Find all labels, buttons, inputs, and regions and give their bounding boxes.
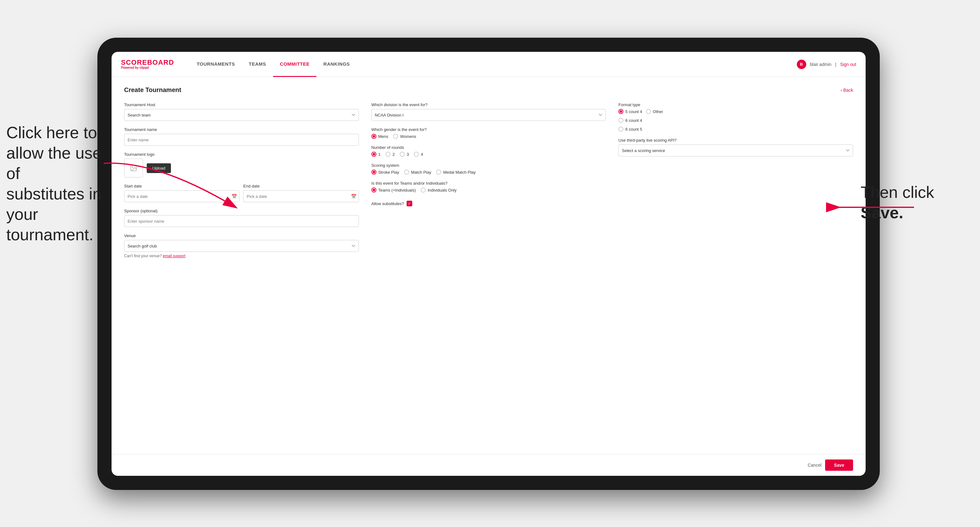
- scoring-group: Scoring system Stroke Play Match Play: [371, 163, 606, 175]
- sign-out-link[interactable]: Sign out: [840, 62, 856, 67]
- gender-options: Mens Womens: [371, 134, 606, 139]
- teams-radio[interactable]: [371, 187, 376, 192]
- avatar: B: [797, 60, 806, 69]
- page-footer: Cancel Save: [111, 454, 865, 476]
- scoring-match[interactable]: Match Play: [404, 170, 431, 175]
- scoring-medal-radio[interactable]: [436, 170, 441, 175]
- substitutes-group: Allow substitutes?: [371, 199, 606, 206]
- venue-help: Can't find your venue? email support: [124, 254, 359, 258]
- navbar: SCOREBOARD Powered by clippd TOURNAMENTS…: [111, 52, 865, 77]
- format-6count5-radio[interactable]: [618, 127, 624, 132]
- gender-womens-label: Womens: [400, 134, 416, 139]
- format-5count4[interactable]: 5 count 4: [618, 109, 642, 114]
- teams-with-individuals[interactable]: Teams (+Individuals): [371, 187, 416, 192]
- rounds-4-label: 4: [421, 152, 423, 157]
- scoring-stroke[interactable]: Stroke Play: [371, 170, 399, 175]
- scoring-medal[interactable]: Medal Match Play: [436, 170, 476, 175]
- end-date-group: End date 📅: [243, 184, 358, 202]
- format-6count5[interactable]: 6 count 5: [618, 127, 642, 132]
- page-header: Create Tournament ‹ Back: [124, 86, 853, 94]
- format-6count5-label: 6 count 5: [625, 127, 642, 132]
- tournament-name-group: Tournament name: [124, 127, 359, 146]
- teams-label: Is this event for Teams and/or Individua…: [371, 181, 606, 186]
- nav-rankings[interactable]: RANKINGS: [317, 52, 356, 77]
- rounds-options: 1 2 3 4: [371, 152, 606, 157]
- form-col-3: Format type 5 count 4 Other: [618, 102, 853, 264]
- brand-name: SCOREBOARD: [121, 59, 174, 66]
- teams-label-text: Teams (+Individuals): [378, 188, 416, 192]
- individuals-label-text: Individuals Only: [428, 188, 457, 192]
- cancel-button[interactable]: Cancel: [808, 463, 822, 468]
- rounds-1-radio[interactable]: [371, 152, 376, 157]
- nav-committee[interactable]: COMMITTEE: [273, 52, 317, 77]
- format-options: 5 count 4 Other 6 count 4: [618, 109, 853, 132]
- scoring-options: Stroke Play Match Play Medal Match Play: [371, 170, 606, 175]
- rounds-4[interactable]: 4: [414, 152, 423, 157]
- tournament-host-select[interactable]: Search team: [124, 109, 359, 121]
- rounds-4-radio[interactable]: [414, 152, 419, 157]
- rounds-3-radio[interactable]: [400, 152, 405, 157]
- scoring-medal-label: Medal Match Play: [443, 170, 476, 175]
- format-row-3: 6 count 5: [618, 127, 853, 132]
- rounds-1[interactable]: 1: [371, 152, 380, 157]
- scoring-match-radio[interactable]: [404, 170, 409, 175]
- nav-right: B blair admin | Sign out: [797, 60, 856, 69]
- calendar-icon-end: 📅: [351, 194, 356, 199]
- gender-mens-radio[interactable]: [371, 134, 376, 139]
- individuals-radio[interactable]: [421, 187, 426, 192]
- user-name: blair admin: [810, 62, 831, 67]
- gender-mens[interactable]: Mens: [371, 134, 388, 139]
- format-other-radio[interactable]: [646, 109, 651, 114]
- rounds-2-label: 2: [393, 152, 395, 157]
- venue-group: Venue Search golf club Can't find your v…: [124, 233, 359, 258]
- substitutes-checkbox[interactable]: [407, 201, 412, 206]
- format-6count4[interactable]: 6 count 4: [618, 118, 642, 123]
- nav-links: TOURNAMENTS TEAMS COMMITTEE RANKINGS: [190, 52, 797, 77]
- arrow-right-svg: [829, 198, 923, 217]
- format-5count4-label: 5 count 4: [625, 109, 642, 114]
- division-group: Which division is the event for? NCAA Di…: [371, 102, 606, 121]
- email-support-link[interactable]: email support: [163, 254, 185, 258]
- venue-label: Venue: [124, 233, 359, 238]
- arrow-left-svg: [94, 154, 251, 217]
- gender-womens[interactable]: Womens: [393, 134, 416, 139]
- scoring-stroke-radio[interactable]: [371, 170, 376, 175]
- sponsor-input[interactable]: [124, 215, 359, 227]
- page-title: Create Tournament: [124, 86, 181, 94]
- format-other[interactable]: Other: [646, 109, 663, 114]
- rounds-3[interactable]: 3: [400, 152, 409, 157]
- format-5count4-radio[interactable]: [618, 109, 624, 114]
- gender-womens-radio[interactable]: [393, 134, 398, 139]
- rounds-3-label: 3: [407, 152, 409, 157]
- gender-label: Which gender is the event for?: [371, 127, 606, 132]
- division-select[interactable]: NCAA Division I: [371, 109, 606, 121]
- teams-options: Teams (+Individuals) Individuals Only: [371, 187, 606, 192]
- rounds-group: Number of rounds 1 2: [371, 145, 606, 157]
- venue-select[interactable]: Search golf club: [124, 240, 359, 252]
- format-6count4-radio[interactable]: [618, 118, 624, 123]
- rounds-2[interactable]: 2: [385, 152, 395, 157]
- scoring-api-select[interactable]: Select a scoring service: [618, 144, 853, 156]
- brand-logo: SCOREBOARD Powered by clippd: [121, 59, 174, 70]
- format-other-label: Other: [653, 109, 663, 114]
- tournament-name-label: Tournament name: [124, 127, 359, 132]
- brand-powered: Powered by clippd: [121, 66, 174, 70]
- end-date-input[interactable]: [243, 190, 358, 202]
- tablet-device: SCOREBOARD Powered by clippd TOURNAMENTS…: [97, 38, 880, 490]
- rounds-2-radio[interactable]: [385, 152, 391, 157]
- gender-mens-label: Mens: [378, 134, 388, 139]
- tablet-screen: SCOREBOARD Powered by clippd TOURNAMENTS…: [111, 52, 865, 476]
- tournament-host-group: Tournament Host Search team: [124, 102, 359, 121]
- save-button[interactable]: Save: [825, 459, 853, 471]
- scoring-stroke-label: Stroke Play: [378, 170, 399, 175]
- format-row-1: 5 count 4 Other: [618, 109, 853, 114]
- nav-tournaments[interactable]: TOURNAMENTS: [190, 52, 242, 77]
- tournament-name-input[interactable]: [124, 134, 359, 146]
- back-button[interactable]: ‹ Back: [840, 87, 853, 93]
- individuals-only[interactable]: Individuals Only: [421, 187, 457, 192]
- scoring-api-group: Use third-party live scoring API? Select…: [618, 138, 853, 156]
- tournament-host-label: Tournament Host: [124, 102, 359, 107]
- rounds-1-label: 1: [378, 152, 380, 157]
- nav-teams[interactable]: TEAMS: [242, 52, 273, 77]
- gender-group: Which gender is the event for? Mens Wome…: [371, 127, 606, 139]
